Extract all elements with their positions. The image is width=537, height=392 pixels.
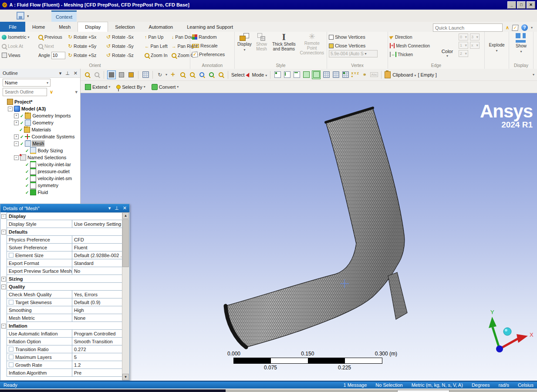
details-row-solver-preference[interactable]: Solver PreferenceFluent (0, 244, 122, 251)
rotate-minus-sz-button[interactable]: ↺Rotate -Sz (106, 51, 144, 60)
edge-spinner-1[interactable]: 1▾ (459, 42, 468, 49)
search-outline-input[interactable] (3, 88, 47, 96)
details-menu-icon[interactable]: ▾ (108, 205, 111, 211)
tree-item-symmetry[interactable]: ✓symmetry (0, 182, 80, 189)
edge-spinner-x[interactable]: x▾ (470, 42, 480, 49)
show-vertices-button[interactable]: Show Vertices (329, 33, 386, 41)
checkbox[interactable] (9, 253, 14, 258)
maximize-button[interactable]: □ (517, 1, 526, 9)
help-dropdown-icon[interactable]: ▾ (531, 26, 533, 30)
close-panel-icon[interactable]: ✕ (123, 205, 127, 211)
minimize-button[interactable]: _ (507, 1, 516, 9)
zoom-box-icon[interactable] (188, 71, 196, 79)
details-row-inflation-option[interactable]: Inflation OptionSmooth Transition (0, 338, 122, 345)
save-icon[interactable] (17, 12, 24, 20)
rotate-plus-sx-button[interactable]: ↻Rotate +Sx (68, 33, 105, 41)
task-list-icon[interactable]: ✓ (512, 25, 518, 31)
next-view-button[interactable]: Next (38, 42, 67, 50)
details-property-value[interactable]: No (72, 268, 122, 274)
details-property-value[interactable]: CFD (72, 237, 122, 242)
previous-view-button[interactable]: Previous (38, 33, 67, 41)
tree-expander-icon[interactable]: − (14, 141, 19, 146)
help-icon[interactable]: ? (521, 24, 528, 31)
details-row-check-mesh-quality[interactable]: Check Mesh QualityYes, Errors (0, 291, 122, 298)
checkbox[interactable] (9, 355, 14, 359)
tree-expander-icon[interactable]: − (8, 107, 13, 111)
convert-dropdown[interactable]: Convert▾ (152, 84, 179, 90)
tab-automation[interactable]: Automation (142, 22, 180, 32)
status-angular-velocity-unit[interactable]: rad/s (498, 382, 509, 388)
details-row-transition-ratio[interactable]: Transition Ratio0.272 (0, 345, 122, 353)
zoom-mode-icon[interactable] (179, 71, 186, 79)
close-button[interactable]: ✕ (527, 1, 535, 9)
group-expander-icon[interactable]: − (1, 230, 6, 235)
details-row-smoothing[interactable]: SmoothingHigh (0, 306, 122, 314)
quick-launch-input[interactable] (433, 23, 503, 32)
graphics-viewport[interactable]: Ansys 2024 R1 (81, 93, 537, 381)
details-property-value[interactable]: Smooth Transition (72, 339, 122, 344)
details-row-use-automatic-inflation[interactable]: Use Automatic InflationProgram Controlle… (0, 330, 122, 338)
details-row-maximum-layers[interactable]: Maximum Layers5 (0, 353, 122, 361)
details-row-mesh-metric[interactable]: Mesh MetricNone (0, 314, 122, 322)
context-tab[interactable]: Context (51, 10, 77, 22)
edit-graphics-icon[interactable] (127, 71, 135, 79)
tree-item-geometry-imports[interactable]: +✓Geometry Imports (0, 112, 80, 119)
edge-spinner-2[interactable]: 2▾ (459, 50, 468, 57)
details-row-element-size[interactable]: Element SizeDefault (2.9288e-002 ... (0, 251, 122, 259)
details-property-value[interactable]: Standard (72, 261, 122, 266)
tree-item-project-[interactable]: Project* (0, 98, 80, 105)
edge-spinner-0[interactable]: 0▾ (459, 34, 468, 40)
details-property-value[interactable]: Use Geometry Setting (72, 221, 122, 227)
toolbar-overflow-icon[interactable]: ▾ (533, 73, 534, 77)
select-by-dropdown[interactable]: Select By▾ (116, 84, 145, 90)
tree-item-named-selections[interactable]: −Named Selections (0, 154, 80, 161)
details-row-export-format[interactable]: Export FormatStandard (0, 259, 122, 267)
pan-left-button[interactable]: ←Pan Left (145, 42, 171, 50)
zoom-selection-icon[interactable] (207, 71, 215, 79)
group-expander-icon[interactable]: − (1, 285, 6, 289)
zoom-prev-icon[interactable] (93, 71, 101, 79)
pin-icon[interactable]: ⊥ (65, 70, 70, 76)
rotate-mode-icon[interactable]: ↻ (156, 71, 164, 79)
shaded-exterior-icon[interactable] (107, 70, 116, 79)
views-button[interactable]: Views (2, 51, 37, 60)
details-property-value[interactable]: Program Controlled (72, 331, 122, 336)
rescale-button[interactable]: Rescale (192, 41, 233, 50)
isometric-button[interactable]: Isometric▾ (2, 33, 37, 41)
select-faces-filter-icon[interactable] (293, 71, 301, 79)
direction-button[interactable]: Direction (390, 33, 439, 41)
thick-shells-beams-button[interactable]: IThick Shells and Beams (270, 33, 297, 56)
select-elements-filter-icon[interactable] (332, 71, 340, 79)
mode-dropdown[interactable]: Mode ▾ (252, 72, 267, 77)
name-filter-select[interactable]: Name▾ (3, 79, 51, 87)
details-row-physics-preference[interactable]: Physics PreferenceCFD (0, 236, 122, 244)
hit-point-icon[interactable]: ⑩ (361, 71, 368, 79)
display-style-button[interactable]: Display▾ (236, 33, 253, 56)
edge-spinner-3[interactable]: 3▾ (470, 34, 480, 40)
details-group-sizing[interactable]: +Sizing (0, 275, 122, 283)
scroll-down-icon[interactable]: ▼ (122, 374, 129, 380)
group-expander-icon[interactable]: + (1, 277, 6, 281)
details-row-target-skewness[interactable]: Target SkewnessDefault (0.9) (0, 298, 122, 306)
details-property-value[interactable]: 1.2 (72, 362, 122, 368)
group-expander-icon[interactable]: − (1, 324, 6, 328)
zoom-fit-icon[interactable] (83, 71, 91, 79)
tree-expander-icon[interactable]: + (14, 114, 19, 118)
details-property-value[interactable]: 0.272 (72, 347, 122, 352)
details-row-inflation-algorithm[interactable]: Inflation AlgorithmPre (0, 369, 122, 377)
mesh-model[interactable] (81, 93, 537, 381)
pin-icon[interactable]: ⊥ (115, 205, 119, 211)
rotate-mode-dropdown-icon[interactable]: ▾ (165, 73, 167, 77)
clipboard-icon[interactable] (385, 71, 391, 78)
vertex-size-select[interactable]: 5.9e-004 (Auto S▾ (329, 50, 378, 57)
outline-menu-icon[interactable]: ▾ (59, 70, 62, 76)
tab-learning-and-support[interactable]: Learning and Support (180, 22, 240, 32)
select-vertices-filter-icon[interactable] (274, 71, 281, 79)
tree-expander-icon[interactable]: + (14, 121, 19, 125)
scrollbar-thumb[interactable] (122, 219, 129, 267)
coordinate-select-icon[interactable]: X Y Z⌖ (351, 71, 359, 79)
details-property-value[interactable]: High (72, 308, 122, 313)
checkbox[interactable] (9, 362, 14, 367)
label-select-icon[interactable]: Abc (370, 71, 378, 79)
details-group-display[interactable]: −Display (0, 212, 122, 220)
